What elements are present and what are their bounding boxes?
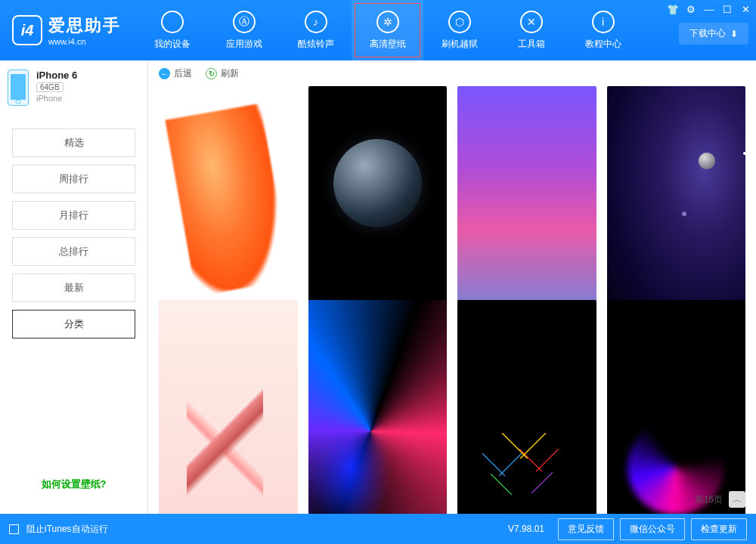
wallpaper-card[interactable]	[159, 86, 298, 325]
wallpaper-card[interactable]	[159, 300, 298, 514]
nav-label: 教程中心	[585, 38, 621, 51]
download-icon: ⬇	[730, 29, 738, 39]
sidebar-tab[interactable]: 周排行	[12, 165, 135, 193]
refresh-button[interactable]: ↻ 刷新	[206, 67, 239, 80]
update-button[interactable]: 检查更新	[691, 518, 747, 540]
main-nav: 我的设备Ⓐ应用游戏♪酷炫铃声✲高清壁纸⬡刷机越狱✕工具箱i教程中心	[136, 0, 639, 60]
nav-label: 高清壁纸	[370, 38, 406, 51]
nav-label: 应用游戏	[226, 38, 262, 51]
device-info[interactable]: iPhone 6 64GB iPhone	[0, 60, 147, 115]
wallpaper-card[interactable]	[457, 300, 596, 514]
feedback-button[interactable]: 意见反馈	[558, 518, 614, 540]
nav-jailbreak[interactable]: ⬡刷机越狱	[423, 0, 495, 60]
nav-icon: Ⓐ	[233, 11, 256, 33]
nav-tutorials[interactable]: i教程中心	[567, 0, 639, 60]
block-itunes-label: 阻止iTunes自动运行	[26, 523, 108, 536]
page-indicator: 第16页 ︿	[695, 491, 745, 508]
app-url: www.i4.cn	[48, 37, 121, 46]
help-link[interactable]: 如何设置壁纸?	[0, 478, 147, 491]
shirt-icon[interactable]: 👕	[667, 3, 679, 15]
nav-icon: ⬡	[448, 11, 471, 33]
nav-icon: ✲	[376, 11, 399, 33]
version-label: V7.98.01	[508, 524, 544, 534]
status-bar: 阻止iTunes自动运行 V7.98.01 意见反馈微信公众号检查更新	[0, 514, 756, 544]
window-controls: 👕 ⚙ — ☐ ✕	[667, 3, 751, 15]
back-button[interactable]: ← 后退	[159, 67, 192, 80]
wallpaper-card[interactable]	[457, 86, 596, 325]
wallpaper-card[interactable]	[308, 86, 448, 325]
app-logo: i4 爱思助手 www.i4.cn	[12, 14, 121, 46]
statusbar-buttons: 意见反馈微信公众号检查更新	[558, 518, 747, 540]
sidebar-tab[interactable]: 最新	[12, 274, 135, 302]
sidebar-tab[interactable]: 月排行	[12, 201, 135, 230]
nav-icon: i	[592, 11, 615, 33]
wallpaper-card[interactable]	[308, 300, 448, 514]
main-content: ← 后退 ↻ 刷新	[148, 60, 756, 514]
download-center-button[interactable]: 下载中心 ⬇	[679, 23, 748, 45]
refresh-icon: ↻	[206, 68, 217, 79]
sidebar-tab[interactable]: 分类	[12, 310, 135, 338]
page-number: 第16页	[695, 493, 723, 506]
device-name: iPhone 6	[36, 70, 77, 81]
minimize-icon[interactable]: —	[703, 3, 715, 15]
device-capacity: 64GB	[36, 82, 64, 92]
toolbar: ← 后退 ↻ 刷新	[148, 60, 756, 86]
device-type: iPhone	[36, 94, 77, 103]
sidebar: iPhone 6 64GB iPhone 精选周排行月排行总排行最新分类 如何设…	[0, 60, 148, 514]
nav-apps[interactable]: Ⓐ应用游戏	[208, 0, 280, 60]
nav-toolbox[interactable]: ✕工具箱	[495, 0, 567, 60]
nav-label: 刷机越狱	[442, 38, 478, 51]
wallpaper-card[interactable]	[607, 300, 746, 514]
nav-label: 工具箱	[518, 38, 545, 51]
wallpaper-card[interactable]	[607, 86, 746, 325]
nav-icon: ✕	[520, 11, 543, 33]
maximize-icon[interactable]: ☐	[721, 3, 733, 15]
nav-ringtones[interactable]: ♪酷炫铃声	[280, 0, 352, 60]
back-icon: ←	[159, 68, 170, 79]
sidebar-tab[interactable]: 精选	[12, 128, 135, 157]
refresh-label: 刷新	[221, 67, 239, 80]
scroll-top-button[interactable]: ︿	[729, 491, 745, 508]
app-header: i4 爱思助手 www.i4.cn 我的设备Ⓐ应用游戏♪酷炫铃声✲高清壁纸⬡刷机…	[0, 0, 756, 60]
nav-icon	[161, 11, 184, 33]
nav-device[interactable]: 我的设备	[136, 0, 208, 60]
sidebar-tab[interactable]: 总排行	[12, 237, 135, 266]
nav-icon: ♪	[305, 11, 327, 33]
device-icon	[8, 70, 29, 106]
wechat-button[interactable]: 微信公众号	[620, 518, 685, 540]
app-title: 爱思助手	[48, 14, 121, 37]
download-center-label: 下载中心	[689, 27, 726, 40]
wallpaper-grid	[148, 86, 756, 514]
back-label: 后退	[174, 67, 192, 80]
chevron-up-icon: ︿	[733, 493, 742, 506]
nav-label: 酷炫铃声	[298, 38, 334, 51]
nav-wallpapers[interactable]: ✲高清壁纸	[352, 0, 423, 60]
sidebar-tabs: 精选周排行月排行总排行最新分类	[0, 115, 147, 338]
logo-icon: i4	[12, 15, 42, 45]
gear-icon[interactable]: ⚙	[685, 3, 697, 15]
close-icon[interactable]: ✕	[739, 3, 751, 15]
nav-label: 我的设备	[154, 38, 191, 51]
block-itunes-checkbox[interactable]	[9, 524, 19, 534]
